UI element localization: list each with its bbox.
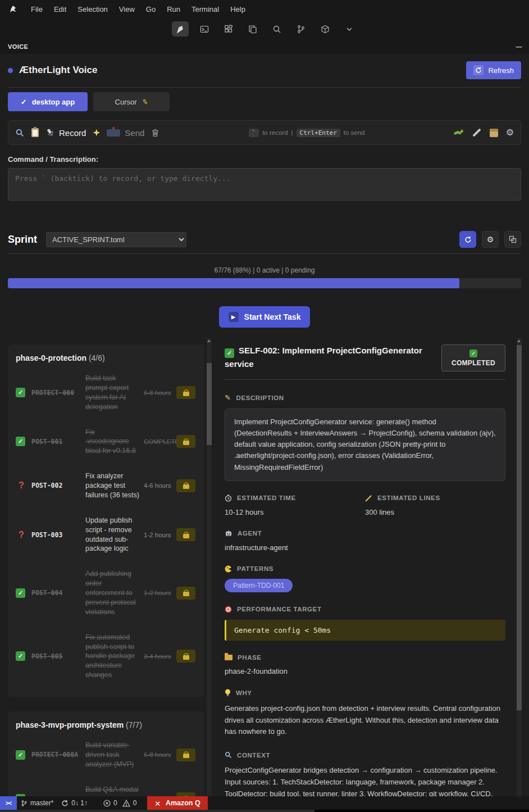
sync-status[interactable]: 0↓ 1↑ [57,796,92,810]
refresh-icon [473,65,484,75]
divider [8,253,521,254]
search-icon[interactable] [15,128,25,138]
task-list-scrollbar[interactable] [207,338,212,810]
estimated-time-value: 10-12 hours [225,508,365,516]
menu-terminal[interactable]: Terminal [186,3,224,16]
microphone-icon[interactable] [44,126,56,139]
command-label: Command / Transcription: [8,155,521,164]
task-row[interactable]: ✓POST-004Add publishing order enforcemen… [16,561,197,624]
wrench-icon[interactable] [472,128,481,137]
activity-toolbar [0,19,529,39]
play-icon: ▶ [229,312,239,322]
lock-icon[interactable] [176,587,195,600]
sprint-refresh-button[interactable] [459,231,476,248]
task-hours: 4-6 hours [144,482,172,489]
phase-title: phase-3-mvp-prompt-system [16,720,126,729]
sprint-progress-text: 67/76 (88%) | 0 active | 0 pending [8,266,521,274]
agent-label: AGENT [225,530,505,537]
task-row[interactable]: ✓PROTECT-000Build task prompt export sys… [16,366,197,420]
status-dot-icon [8,68,13,73]
task-hours: 1-2 hours [144,532,172,538]
panel-collapse-icon[interactable]: — [516,43,522,50]
task-row[interactable]: ✓PROTECT-000ABuild variable-driven task … [16,733,197,777]
record-button[interactable]: Record [59,128,86,138]
refresh-button[interactable]: Refresh [466,61,521,79]
check-icon: ✓ [225,348,234,358]
task-hours: 6-8 hours [144,751,172,758]
task-id: POST-005 [31,652,81,660]
task-id: POST-001 [31,438,81,446]
menu-run[interactable]: Run [162,3,185,16]
voice-panel-icon[interactable] [172,21,189,37]
divider [8,87,521,88]
phase-count: (7/7) [126,720,142,729]
errors-status[interactable]: 0 0 [99,796,140,810]
menu-edit[interactable]: Edit [49,3,71,16]
scroll-up-arrow[interactable] [207,339,211,342]
lock-icon[interactable] [176,749,195,761]
status-badge: ✓ COMPLETED [441,344,505,371]
settings-gear-icon[interactable]: ⚙ [506,128,514,137]
sprint-clone-button[interactable] [504,231,521,248]
task-row[interactable]: ✓POST-005Fix automated publish script to… [16,625,197,688]
menu-file[interactable]: File [26,3,48,16]
lock-icon[interactable] [176,479,195,492]
lock-icon[interactable] [176,650,195,663]
record-toolbar: Record Send ` to record | Ctrl+Enter to … [8,120,521,145]
copy-icon[interactable] [244,21,261,37]
tab-desktop-app[interactable]: ✓ desktop app [8,92,88,111]
task-hours: 1-2 hours [144,589,172,596]
performance-target-value: Generate config < 50ms [225,620,505,641]
send-icon[interactable] [107,129,120,137]
sprint-progress-fill [8,278,459,288]
git-branch-status[interactable]: master* [17,796,57,810]
command-input[interactable] [8,168,521,201]
git-branch-icon[interactable] [293,21,309,37]
menu-selection[interactable]: Selection [72,3,112,16]
task-row[interactable]: ✓POST-001Fix .vscodeignore bloat for v0.… [16,420,197,464]
menubar: File Edit Selection View Go Run Terminal… [0,0,529,19]
remote-indicator[interactable]: >< [0,796,17,810]
package-icon[interactable] [317,21,334,37]
scroll-up-arrow[interactable] [517,339,521,342]
clipboard-icon[interactable] [31,128,39,137]
task-row[interactable]: ?POST-003Update publish script - remove … [16,508,197,562]
voice-panel-window: File Edit Selection View Go Run Terminal… [0,0,529,812]
extensions-icon[interactable] [220,21,237,37]
trash-icon[interactable] [151,128,159,137]
task-id: POST-003 [31,531,81,539]
menu-view[interactable]: View [114,3,140,16]
app-title: ÆtherLight Voice [8,65,97,76]
lock-icon[interactable] [176,386,195,399]
sprint-file-select[interactable]: ACTIVE_SPRINT.toml [46,232,186,247]
tab-cursor[interactable]: Cursor ✎ [93,92,170,111]
task-row[interactable]: ?POST-002Fix analyzer package test failu… [16,464,197,508]
menu-go[interactable]: Go [141,3,161,16]
send-button[interactable]: Send [125,128,144,138]
task-title: Fix analyzer package test failures (36 t… [85,471,139,500]
sprint-settings-button[interactable]: ⚙ [482,231,499,248]
description-text: Implement ProjectConfigGenerator service… [225,409,505,481]
estimated-lines-value: 300 lines [365,508,505,516]
lock-icon[interactable] [176,435,195,448]
bottom-strip [0,810,529,812]
target-icon [225,606,232,613]
amazon-q-status[interactable]: × Amazon Q [147,796,207,810]
search-icon[interactable] [268,21,285,37]
pattern-pill[interactable]: Pattern-TDD-001 [225,579,293,592]
task-detail-panel: ✓SELF-002: Implement ProjectConfigGenera… [225,344,505,812]
chevron-down-icon[interactable] [341,21,358,37]
edit-pencil-icon[interactable]: ✎ [141,97,149,107]
menu-help[interactable]: Help [225,3,250,16]
estimated-lines-label: ESTIMATED LINES [365,495,505,502]
agent-value: infrastructure-agent [225,543,505,552]
package-icon[interactable] [490,129,498,137]
check-glyph: ✓ [21,98,27,106]
memo-icon: ✎ [225,393,231,402]
terminal-icon[interactable] [196,21,213,37]
detail-scrollbar[interactable] [517,338,522,810]
caterpillar-icon[interactable] [454,128,464,138]
lock-icon[interactable] [176,528,195,541]
task-hours: 3-4 hours [144,653,172,660]
start-next-task-button[interactable]: ▶ Start Next Task [219,306,311,328]
